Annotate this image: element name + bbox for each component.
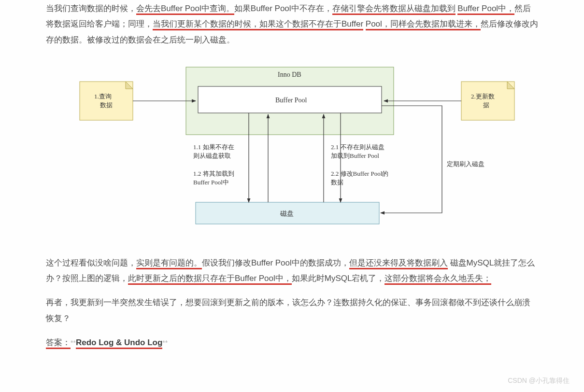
update-note: 2.更新数 据 [461, 82, 514, 120]
underlined-text: 此时更新之后的数据只存在于Buffer Pool中， [128, 274, 292, 285]
svg-text:数据: 数据 [100, 101, 113, 109]
label-flush: 定期刷入磁盘 [447, 160, 484, 168]
underlined-text: 这部分数据将会永久地丢失； [385, 274, 491, 285]
label-2-2a: 2.2 修改Buffer Pool的 [331, 170, 388, 177]
svg-text:2.更新数: 2.更新数 [471, 93, 495, 100]
label-1-2a: 1.2 将其加载到 [193, 170, 234, 177]
asterisk: ** [162, 339, 168, 347]
svg-text:1.查询: 1.查询 [94, 93, 112, 100]
label-1-2b: Buffer Pool中 [193, 179, 229, 186]
underlined-text: 会先去Buffer Pool中查询。 [136, 4, 234, 15]
paragraph-intro: 当我们查询数据的时候，会先去Buffer Pool中查询。如果Buffer Po… [46, 1, 538, 48]
answer-main: Redo Log & Undo Log [76, 338, 162, 349]
svg-text:Buffer Pool: Buffer Pool [275, 97, 307, 104]
buffer-pool-box: Buffer Pool [198, 86, 382, 113]
disk-box: 磁盘 [196, 202, 379, 224]
label-1-1a: 1.1 如果不存在 [193, 143, 234, 151]
innodb-diagram: 1.查询 数据 2.更新数 据 Inno DB Buffer Pool [60, 57, 524, 231]
svg-text:磁盘: 磁盘 [280, 210, 294, 217]
answer-prefix: 答案： [46, 338, 71, 349]
label-2-2b: 数据 [331, 179, 343, 186]
query-note: 1.查询 数据 [80, 82, 133, 120]
underlined-text: Pool，同样会先数据加载进来， [366, 19, 481, 30]
diagram-container: 1.查询 数据 2.更新数 据 Inno DB Buffer Pool [46, 57, 538, 231]
svg-text:据: 据 [483, 101, 489, 109]
underlined-text: 但是还没来得及将数据刷入 [349, 258, 448, 269]
underlined-text: 实则是有问题的。 [136, 258, 202, 269]
text-segment: 如果此时MySQL宕机了， [292, 274, 385, 283]
text-segment: 假设我们修改Buffer Pool中的数据成功， [202, 258, 349, 267]
asterisk: ** [71, 339, 76, 347]
text-segment: 这个过程看似没啥问题， [46, 258, 136, 267]
label-2-1a: 2.1 不存在则从磁盘 [331, 143, 385, 151]
paragraph-answer: 答案：**Redo Log & Undo Log** [46, 335, 538, 350]
text-segment: 如果Buffer Pool中不存在， [234, 4, 332, 13]
label-1-1b: 则从磁盘获取 [193, 152, 231, 159]
underlined-text: 存储引擎会先将数据从磁盘加载到 [332, 4, 456, 15]
paragraph-problem: 这个过程看似没啥问题，实则是有问题的。假设我们修改Buffer Pool中的数据… [46, 255, 538, 287]
label-2-1b: 加载到Buffer Pool [331, 152, 379, 159]
underlined-text: 当我们更新某个数据的时候， [153, 19, 259, 30]
underlined-text: Buffer Pool中， [457, 4, 514, 15]
watermark: CSDN @小孔靠得住 [508, 377, 570, 385]
svg-text:Inno DB: Inno DB [278, 71, 301, 78]
svg-rect-4 [461, 82, 514, 120]
paragraph-rollback: 再者，我更新到一半突然发生错误了，想要回滚到更新之前的版本，该怎么办？连数据持久… [46, 295, 538, 326]
underlined-text: 如果这个数据不存在于Buffer [259, 19, 363, 30]
text-segment: 当我们查询数据的时候， [46, 4, 136, 13]
svg-rect-1 [80, 82, 133, 120]
